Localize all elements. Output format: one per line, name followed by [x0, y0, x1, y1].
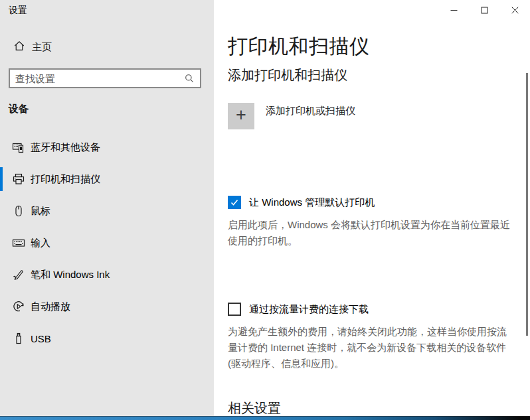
autoplay-icon — [12, 300, 25, 313]
plus-icon: + — [236, 106, 246, 124]
sidebar-item-label: 自动播放 — [31, 301, 70, 313]
default-printer-description: 启用此项后，Windows 会将默认打印机设置为你在当前位置最近使用的打印机。 — [228, 217, 515, 249]
metered-download-description: 为避免产生额外的费用，请始终关闭此功能，这样当你使用按流量计费的 Interne… — [228, 324, 515, 372]
home-icon — [13, 40, 25, 54]
add-printer-label: 添加打印机或扫描仪 — [266, 105, 355, 117]
sidebar-item-label: 笔和 Windows Ink — [31, 269, 110, 281]
sidebar-item-label: 鼠标 — [31, 205, 50, 218]
default-printer-label: 让 Windows 管理默认打印机 — [249, 196, 375, 209]
bottom-edge-bar — [0, 416, 530, 420]
checkmark-icon — [230, 198, 239, 207]
search-icon — [184, 73, 195, 84]
maximize-button[interactable] — [469, 0, 499, 21]
sidebar-item-autoplay[interactable]: 自动播放 — [0, 292, 214, 321]
selected-accent-bar — [0, 295, 3, 318]
keyboard-icon — [12, 236, 25, 249]
sidebar-item-label: 输入 — [31, 237, 50, 249]
usb-icon — [12, 332, 25, 345]
sidebar-item-usb[interactable]: USB — [0, 324, 214, 353]
metered-download-checkbox[interactable] — [228, 303, 241, 316]
sidebar-item-home[interactable]: 主页 — [0, 35, 214, 59]
search-box — [9, 68, 201, 88]
sidebar-section-header: 设备 — [9, 103, 29, 115]
default-printer-row[interactable]: 让 Windows 管理默认打印机 — [228, 196, 375, 209]
sidebar-item-devices[interactable]: 蓝牙和其他设备 — [0, 133, 214, 162]
selected-accent-bar — [0, 263, 3, 287]
sidebar-item-label: USB — [31, 333, 51, 344]
minimize-button[interactable] — [438, 0, 469, 21]
window-title: 设置 — [9, 5, 27, 17]
sidebar-item-label: 蓝牙和其他设备 — [31, 141, 100, 154]
mouse-icon — [12, 204, 25, 218]
metered-download-row[interactable]: 通过按流量计费的连接下载 — [228, 303, 369, 316]
sidebar-item-mouse[interactable]: 鼠标 — [0, 196, 214, 226]
sidebar-item-label: 打印机和扫描仪 — [31, 173, 100, 186]
sidebar: 主页 设备 蓝牙和其他设备打印机和扫描仪鼠标输入笔和 Windows Ink自动… — [0, 0, 214, 417]
metered-download-label: 通过按流量计费的连接下载 — [249, 303, 369, 316]
maximize-icon — [481, 7, 488, 14]
selected-accent-bar — [0, 231, 3, 255]
selected-accent-bar — [0, 135, 3, 159]
scrollbar-thumb[interactable] — [526, 73, 528, 336]
minimize-icon — [450, 7, 458, 14]
window-controls — [438, 0, 530, 21]
default-printer-checkbox[interactable] — [228, 196, 241, 209]
sidebar-home-label: 主页 — [32, 41, 52, 54]
sidebar-item-pen[interactable]: 笔和 Windows Ink — [0, 260, 214, 289]
printer-icon — [12, 173, 25, 186]
sidebar-item-printer[interactable]: 打印机和扫描仪 — [0, 165, 214, 194]
search-input[interactable] — [10, 73, 184, 84]
sidebar-item-keyboard[interactable]: 输入 — [0, 228, 214, 257]
devices-icon — [12, 141, 25, 154]
selected-accent-bar — [0, 199, 3, 223]
related-settings-heading: 相关设置 — [228, 399, 281, 417]
add-printer-tile[interactable]: + — [228, 103, 254, 129]
add-printer-button[interactable]: + 添加打印机或扫描仪 — [228, 103, 355, 129]
close-button[interactable] — [499, 0, 530, 21]
page-title: 打印机和扫描仪 — [228, 33, 370, 60]
add-section-heading: 添加打印机和扫描仪 — [228, 66, 347, 84]
sidebar-nav: 蓝牙和其他设备打印机和扫描仪鼠标输入笔和 Windows Ink自动播放USB — [0, 133, 214, 356]
close-icon — [511, 7, 519, 14]
selected-accent-bar — [0, 326, 3, 350]
pen-icon — [12, 268, 25, 281]
main-panel: 打印机和扫描仪 添加打印机和扫描仪 + 添加打印机或扫描仪 让 Windows … — [214, 0, 530, 417]
selected-accent-bar — [0, 167, 3, 191]
